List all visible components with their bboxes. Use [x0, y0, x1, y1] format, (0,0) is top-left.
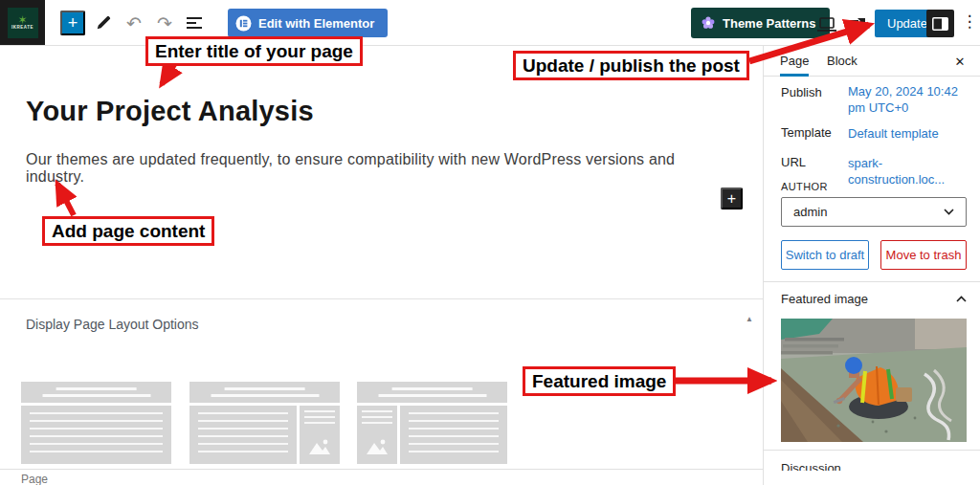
chevron-down-icon	[944, 209, 954, 215]
layout-thumb-header	[357, 382, 507, 403]
post-title[interactable]: Your Project Analysis	[26, 96, 314, 127]
theme-patterns-label: Theme Patterns	[723, 16, 816, 31]
edit-with-elementor-button[interactable]: Edit with Elementor	[228, 9, 388, 37]
layout-thumb-sidebar	[300, 406, 340, 464]
sidebar-panel-icon	[932, 17, 948, 31]
layout-card-full-width[interactable]	[21, 382, 171, 464]
chevron-up-icon	[956, 296, 967, 302]
layout-thumb-header	[189, 382, 340, 403]
thumb-line	[224, 387, 305, 390]
layout-thumb-content	[400, 406, 507, 464]
image-placeholder-icon	[304, 430, 335, 464]
move-to-trash-button[interactable]: Move to trash	[880, 240, 967, 270]
logo-star-icon: ✶	[17, 15, 27, 25]
image-placeholder-icon	[362, 430, 392, 464]
featured-image-panel-header[interactable]: Featured image	[781, 292, 967, 306]
annotation-featured-image: Featured image	[523, 366, 676, 396]
url-link[interactable]: spark-construction.loc...	[848, 155, 972, 187]
layout-panel-title: Display Page Layout Options	[26, 317, 199, 332]
tab-page[interactable]: Page	[780, 46, 809, 77]
site-logo-button[interactable]: ✶ IKREATE	[0, 0, 45, 45]
layout-thumb-header	[21, 382, 171, 403]
settings-panel-toggle-button[interactable]	[926, 10, 954, 37]
author-label: AUTHOR	[781, 181, 828, 192]
thumb-line	[391, 387, 473, 390]
theme-patterns-button[interactable]: Theme Patterns	[691, 8, 830, 38]
thumb-line	[211, 394, 319, 397]
panel-collapse-icon[interactable]: ▲	[746, 315, 753, 323]
thumb-line	[42, 394, 150, 397]
layout-thumb-sidebar	[357, 406, 397, 464]
thumb-line	[378, 394, 486, 397]
post-paragraph[interactable]: Our themes are updated frequently, to en…	[26, 151, 734, 186]
publish-date-link[interactable]: May 20, 2024 10:42 pm UTC+0	[848, 83, 972, 116]
layout-card-right-sidebar[interactable]	[189, 382, 340, 464]
wordpress-editor-screen: ✶ IKREATE + ↶ ↷ Edit with Elementor Them…	[0, 0, 980, 485]
layout-card-left-sidebar[interactable]	[357, 382, 507, 464]
url-label: URL	[781, 155, 806, 169]
layout-thumb-content	[21, 406, 171, 464]
block-inserter-toggle-button[interactable]: +	[60, 11, 85, 35]
undo-icon[interactable]: ↶	[122, 11, 145, 34]
sidebar-tabs: Page Block ✕	[764, 46, 980, 77]
elementor-icon	[235, 15, 252, 32]
tab-block[interactable]: Block	[827, 46, 858, 77]
author-select-value: admin	[793, 205, 827, 219]
flower-icon	[701, 15, 716, 31]
edit-mode-pencil-icon[interactable]	[92, 11, 115, 34]
logo-text: IKREATE	[11, 25, 33, 30]
breadcrumb[interactable]: Page	[21, 473, 48, 485]
divider	[764, 450, 980, 451]
layout-thumb-content	[189, 406, 297, 464]
site-logo: ✶ IKREATE	[8, 8, 38, 38]
discussion-panel-header[interactable]: Discussion	[781, 461, 841, 471]
close-sidebar-icon[interactable]: ✕	[951, 54, 969, 71]
external-preview-icon[interactable]	[846, 13, 869, 36]
editor-canvas: Your Project Analysis Our themes are upd…	[0, 46, 763, 469]
settings-sidebar: Page Block ✕ Publish May 20, 2024 10:42 …	[763, 46, 980, 485]
annotation-enter-title: Enter title of your page	[145, 36, 363, 66]
switch-to-draft-button[interactable]: Switch to draft	[781, 240, 869, 270]
divider	[764, 281, 980, 282]
options-kebab-icon[interactable]: ⋮	[961, 11, 978, 34]
view-preview-icon[interactable]	[815, 13, 838, 36]
author-select[interactable]: admin	[781, 197, 967, 227]
redo-icon[interactable]: ↷	[153, 11, 176, 34]
template-label: Template	[781, 125, 832, 140]
template-link[interactable]: Default template	[848, 125, 972, 142]
featured-image[interactable]	[781, 319, 967, 442]
edit-with-elementor-label: Edit with Elementor	[258, 16, 374, 31]
add-block-button[interactable]: +	[721, 187, 743, 209]
document-breadcrumb-bar: Page	[0, 469, 763, 485]
document-overview-icon[interactable]	[184, 11, 207, 34]
annotation-add-content: Add page content	[42, 216, 214, 246]
thumb-line	[56, 387, 137, 390]
featured-image-title: Featured image	[781, 292, 868, 306]
publish-label: Publish	[781, 85, 822, 99]
annotation-update-publish: Update / publish the post	[513, 51, 749, 80]
